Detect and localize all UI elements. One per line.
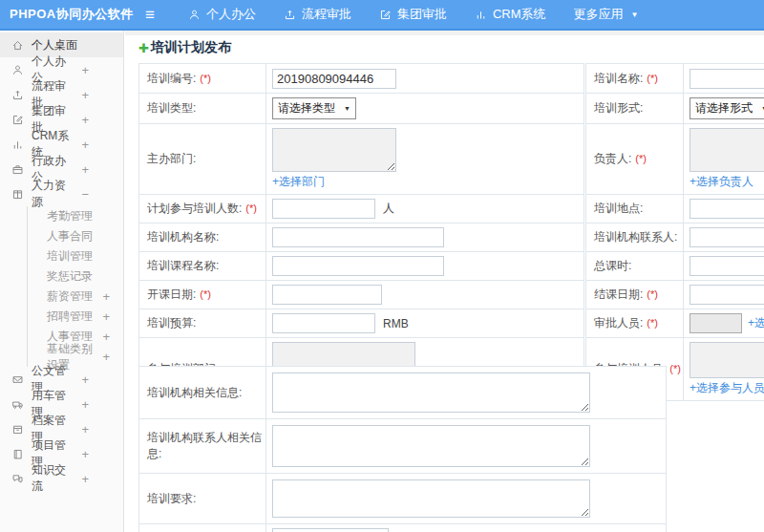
training-form-select[interactable]: 请选择形式▼ [690,97,764,119]
person-in-charge-picker[interactable] [690,128,764,172]
training-requirements-textarea[interactable] [272,479,590,518]
host-department-link[interactable]: +选择部门 [272,175,325,188]
sidebar-subitem-salary-management[interactable]: 薪资管理+ [28,287,123,307]
course-end-date-input[interactable] [690,285,764,305]
sidebar-subitem-label: 考勤管理 [47,208,93,224]
training-org-contact-input[interactable] [690,227,764,247]
field-control-cell: +选择部门 [266,124,584,195]
field-label-cell: 培训地点: [586,195,684,223]
required-mark: (*) [669,363,681,374]
form-row: 附件文档:+附件上传 [139,524,667,532]
field-label-cell: 培训机构名称: [139,223,266,252]
field-control-cell: +选择审批人员 [684,309,764,338]
nav-label: 更多应用 [574,6,624,23]
field-label: 开课日期: [147,287,196,301]
field-label: 培训地点: [594,202,643,215]
field-label: 培训类型: [147,101,196,115]
expand-toggle-icon[interactable]: + [81,113,89,127]
expand-toggle-icon[interactable]: + [81,422,89,436]
participants-picker[interactable] [690,342,764,378]
planned-participant-count-input[interactable] [272,199,375,219]
field-control-cell [684,223,764,252]
form-row: 培训机构联系人: [586,223,764,252]
expand-toggle-icon[interactable]: + [102,309,110,324]
expand-toggle-icon[interactable]: + [81,447,89,461]
form-row: 培训机构名称: [139,223,584,252]
training-name-input[interactable] [690,69,764,89]
expand-toggle-icon[interactable]: + [81,372,89,387]
training-org-contact-info-textarea[interactable] [272,425,590,467]
sidebar-submenu: 考勤管理人事合同培训管理奖惩记录薪资管理+招聘管理+人事管理+基础类别设置+ [27,206,123,367]
field-control-cell [684,252,764,281]
field-label-cell: 培训机构相关信息: [139,367,266,419]
training-type-select[interactable]: 请选择类型▼ [272,97,356,119]
expand-toggle-icon[interactable]: + [81,472,89,486]
field-label-cell: 审批人员:(*) [586,309,684,338]
form-row: 培训地点: [586,195,764,223]
sidebar-subitem-reward-punishment-records[interactable]: 奖惩记录 [28,266,123,287]
expand-toggle-icon[interactable]: + [81,88,89,102]
expand-toggle-icon[interactable]: − [81,187,89,202]
sidebar-subitem-label: 人事合同 [47,228,93,245]
expand-toggle-icon[interactable]: + [81,397,89,412]
hamburger-menu-icon[interactable] [145,7,155,23]
nav-more-apps[interactable]: 更多应用▼ [574,6,639,23]
expand-toggle-icon[interactable]: + [102,330,110,344]
form-row: 培训要求: [139,474,667,524]
field-label: 主办部门: [147,152,196,165]
sidebar-item-label: 知识交流 [32,462,74,495]
app-logo: PHPOA协同办公软件 [10,6,145,23]
chart-icon [475,9,487,21]
training-course-name-input[interactable] [272,256,444,276]
nav-personal-office[interactable]: 个人办公 [188,6,256,23]
approvers-input[interactable] [690,313,742,333]
training-budget-input[interactable] [272,313,375,333]
field-label: 总课时: [594,259,631,272]
expand-toggle-icon[interactable]: + [81,63,89,77]
attachment-input[interactable] [272,528,389,532]
form-row: 主办部门:+选择部门 [139,124,584,195]
training-location-input[interactable] [690,199,764,219]
sidebar-subitem-label: 奖惩记录 [47,268,93,285]
edit-icon [11,114,24,126]
training-org-name-input[interactable] [272,227,444,247]
expand-toggle-icon[interactable]: + [102,350,110,364]
required-mark: (*) [647,73,658,84]
expand-toggle-icon[interactable]: + [81,138,89,152]
field-label: 审批人员: [594,316,643,330]
nav-label: 流程审批 [302,6,351,23]
briefcase-icon [11,163,24,176]
field-label-cell: 主办部门: [139,124,266,195]
form-table-right: 培训名称:(*)培训形式:请选择形式▼负责人:(*)+选择负责人培训地点:培训机… [585,63,764,401]
field-control-cell: +选择负责人 [684,124,764,195]
expand-toggle-icon[interactable]: + [81,162,89,177]
approvers-link[interactable]: +选择审批人员 [748,316,764,330]
participants-link[interactable]: +选择参与人员 [690,381,764,394]
nav-group-approval[interactable]: 集团审批 [379,6,447,23]
host-department-picker[interactable] [272,128,396,172]
sidebar: 个人桌面个人办公+流程审批+集团审批+CRM系统+行政办公+人力资源−考勤管理人… [0,31,124,532]
nav-crm-system[interactable]: CRM系统 [475,6,546,23]
expand-toggle-icon[interactable]: + [102,289,110,304]
course-start-date-input[interactable] [272,285,382,305]
sidebar-item-knowledge-exchange[interactable]: 知识交流+ [0,466,123,491]
field-label-cell: 培训机构联系人: [586,223,684,252]
sidebar-subitem-personnel-contract[interactable]: 人事合同 [28,226,123,246]
sidebar-subitem-recruitment-management[interactable]: 招聘管理+ [28,307,123,327]
main-content: 培训计划发布 培训编号:(*)培训类型:请选择类型▼主办部门:+选择部门计划参与… [125,31,764,532]
unit-label: RMB [383,317,409,330]
sidebar-item-human-resources[interactable]: 人力资源− [0,181,123,206]
field-label: 培训课程名称: [147,259,219,272]
nav-workflow-approval[interactable]: 流程审批 [284,6,351,23]
sidebar-menu: 个人桌面个人办公+流程审批+集团审批+CRM系统+行政办公+人力资源−考勤管理人… [0,32,123,491]
field-label-cell: 附件文档: [139,524,266,532]
training-org-info-textarea[interactable] [272,372,590,413]
required-mark: (*) [200,73,211,84]
field-control-cell [266,64,584,94]
training-number-input[interactable] [272,69,396,89]
total-class-hours-input[interactable] [690,256,764,276]
person-in-charge-link[interactable]: +选择负责人 [690,175,753,188]
sidebar-subitem-training-management[interactable]: 培训管理 [28,246,123,266]
field-control-cell [266,419,667,474]
topbar-nav: 个人办公流程审批集团审批CRM系统更多应用▼ [160,6,639,23]
